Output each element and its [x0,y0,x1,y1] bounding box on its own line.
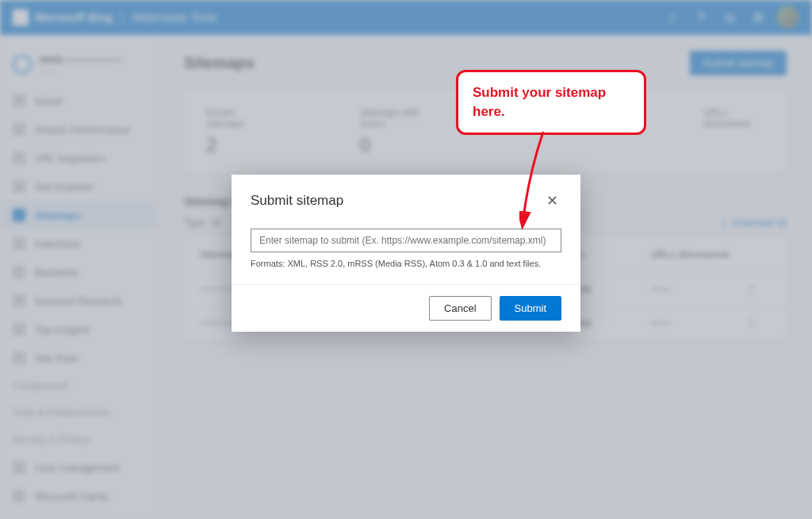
annotation-callout: Submit your sitemap here. [456,70,646,135]
cancel-button[interactable]: Cancel [429,296,491,321]
sitemap-url-input[interactable] [251,229,561,252]
arrow-icon [519,132,567,235]
format-hint: Formats: XML, RSS 2.0, mRSS (Media RSS),… [251,259,561,268]
callout-text: Submit your sitemap here. [456,70,646,135]
modal-title: Submit sitemap [251,193,343,209]
modal-overlay: Submit sitemap ✕ Formats: XML, RSS 2.0, … [0,0,812,519]
submit-button[interactable]: Submit [500,296,561,321]
